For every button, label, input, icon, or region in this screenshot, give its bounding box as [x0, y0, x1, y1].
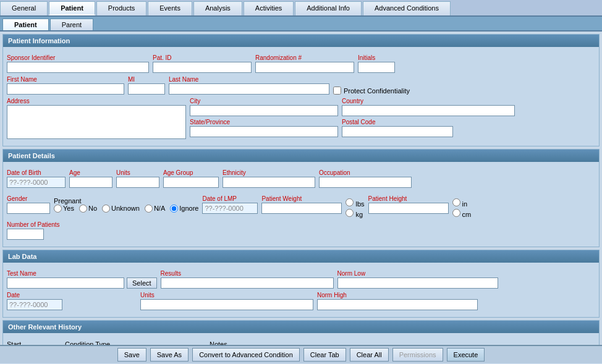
results-input[interactable]	[161, 277, 334, 289]
select-button[interactable]: Select	[127, 277, 157, 289]
patient-height-input[interactable]	[368, 203, 449, 214]
ethnicity-input[interactable]	[223, 177, 315, 188]
execute-button[interactable]: Execute	[447, 348, 485, 362]
ethnicity-label: Ethnicity	[223, 169, 315, 176]
patient-weight-group: Patient Weight	[261, 195, 342, 214]
mi-label: MI	[128, 76, 165, 83]
test-name-group: Test Name Select	[7, 270, 157, 289]
tab-events[interactable]: Events	[148, 1, 192, 15]
occupation-label: Occupation	[319, 169, 412, 176]
clear-tab-button[interactable]: Clear Tab	[303, 348, 346, 362]
pregnant-na-radio[interactable]	[145, 205, 153, 213]
dob-input[interactable]	[7, 177, 66, 188]
occupation-input[interactable]	[319, 177, 412, 188]
country-group: Country	[342, 98, 515, 116]
randomization-input[interactable]	[255, 62, 354, 73]
notes-col-label: Notes	[210, 341, 457, 345]
gender-input[interactable]	[7, 203, 50, 214]
country-input[interactable]	[342, 105, 515, 116]
patient-info-row2: First Name MI Last Name Protect Confiden…	[7, 76, 595, 95]
lab-date-input[interactable]	[7, 299, 62, 310]
pregnant-group: Pregnant Yes No Unknown N/A Ignore	[54, 197, 198, 213]
pregnant-unknown-radio[interactable]	[102, 205, 110, 213]
results-label: Results	[161, 270, 334, 277]
tab-additional-info[interactable]: Additional Info	[295, 1, 362, 15]
country-postal-group: Country Postal Code	[342, 98, 515, 137]
num-patients-input[interactable]	[7, 229, 44, 240]
save-button[interactable]: Save	[117, 348, 146, 362]
address-input[interactable]	[7, 105, 186, 139]
postal-code-input[interactable]	[342, 126, 453, 137]
lab-units-input[interactable]	[140, 299, 313, 310]
other-history-header: Other Relevant History	[3, 321, 599, 333]
norm-low-input[interactable]	[337, 277, 498, 289]
patient-details-header: Patient Details	[3, 150, 599, 162]
lab-date-group: Date	[7, 292, 62, 310]
lab-data-row2: Date Units Norm High	[7, 292, 595, 310]
age-group-input[interactable]	[163, 177, 219, 188]
age-input[interactable]	[69, 177, 112, 188]
date-lmp-input[interactable]	[202, 203, 258, 214]
age-group: Age	[69, 169, 112, 188]
lab-data-row1: Test Name Select Results Norm Low	[7, 270, 595, 289]
pregnant-no-radio[interactable]	[79, 205, 87, 213]
weight-units-group: lbs kg	[346, 198, 364, 218]
first-name-input[interactable]	[7, 83, 124, 95]
patient-details-row2: Gender Pregnant Yes No Unknown N/A Ignor…	[7, 191, 595, 218]
sponsor-identifier-group: Sponsor Identifier	[7, 54, 149, 73]
tab-analysis[interactable]: Analysis	[193, 1, 242, 15]
protect-confidentiality-checkbox[interactable]	[333, 87, 341, 95]
num-patients-group: Number of Patients	[7, 221, 60, 240]
patient-info-section: Patient Information Sponsor Identifier P…	[2, 34, 600, 146]
age-label: Age	[69, 169, 112, 176]
weight-lbs-radio[interactable]	[346, 198, 354, 206]
weight-kg-radio[interactable]	[346, 209, 354, 217]
postal-code-group: Postal Code	[342, 119, 515, 137]
city-input[interactable]	[190, 105, 338, 116]
start-col-label: Start	[7, 341, 62, 345]
pregnant-ignore-radio[interactable]	[170, 205, 178, 213]
height-in-label: in	[452, 198, 472, 208]
units-input[interactable]	[116, 177, 159, 188]
sponsor-identifier-input[interactable]	[7, 62, 149, 73]
patient-weight-label: Patient Weight	[261, 195, 342, 202]
patient-weight-input[interactable]	[261, 203, 342, 214]
tab-patient[interactable]: Patient	[49, 1, 95, 15]
last-name-input[interactable]	[169, 83, 329, 95]
patient-details-row3: Number of Patients	[7, 221, 595, 240]
age-group-group: Age Group	[163, 169, 219, 188]
test-name-label: Test Name	[7, 270, 157, 277]
norm-high-input[interactable]	[317, 299, 478, 310]
tab-advanced-conditions[interactable]: Advanced Conditions	[363, 1, 451, 15]
num-patients-label: Number of Patients	[7, 221, 60, 228]
initials-group: Initials	[358, 54, 395, 73]
state-input[interactable]	[190, 126, 338, 137]
pregnant-yes-radio[interactable]	[54, 205, 62, 213]
state-group: State/Province	[190, 119, 338, 137]
clear-all-button[interactable]: Clear All	[350, 348, 389, 362]
permissions-button[interactable]: Permissions	[392, 348, 443, 362]
patient-info-header: Patient Information	[3, 35, 599, 47]
tab-general[interactable]: General	[0, 1, 48, 15]
convert-to-advanced-button[interactable]: Convert to Advanced Condition	[192, 348, 300, 362]
mi-input[interactable]	[128, 83, 165, 95]
height-cm-label: cm	[452, 209, 472, 218]
address-label: Address	[7, 98, 186, 104]
tab-activities[interactable]: Activities	[244, 1, 294, 15]
height-in-radio[interactable]	[452, 198, 460, 206]
patient-details-section: Patient Details Date of Birth Age Units …	[2, 149, 600, 247]
lab-units-label: Units	[140, 292, 313, 298]
save-as-button[interactable]: Save As	[150, 348, 189, 362]
pat-id-group: Pat. ID	[153, 54, 252, 73]
tab-products[interactable]: Products	[96, 1, 146, 15]
pregnant-na-label: N/A	[145, 205, 165, 213]
initials-input[interactable]	[358, 62, 395, 73]
sub-tab-patient[interactable]: Patient	[2, 19, 49, 30]
sub-tab-parent[interactable]: Parent	[50, 19, 93, 30]
units-group: Units	[116, 169, 159, 188]
height-cm-radio[interactable]	[452, 209, 460, 217]
pat-id-input[interactable]	[153, 62, 252, 73]
test-name-input[interactable]	[7, 277, 124, 289]
history-columns-header: Start Condition Type Notes	[7, 341, 595, 345]
mi-group: MI	[128, 76, 165, 95]
